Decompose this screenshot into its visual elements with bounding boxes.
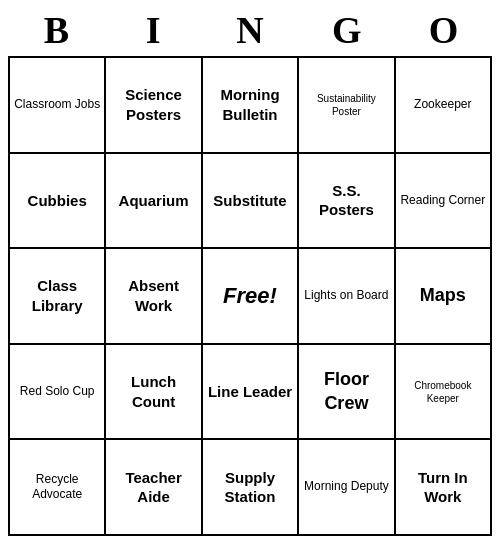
cell-text-r0-c4: Zookeeper bbox=[414, 97, 471, 113]
cell-text-r4-c4: Turn In Work bbox=[400, 468, 486, 507]
cell-text-r1-c2: Substitute bbox=[213, 191, 286, 211]
cell-r4-c0: Recycle Advocate bbox=[10, 440, 106, 536]
cell-text-r2-c4: Maps bbox=[420, 284, 466, 307]
cell-r2-c4: Maps bbox=[396, 249, 492, 345]
cell-r2-c1: Absent Work bbox=[106, 249, 202, 345]
cell-text-r4-c0: Recycle Advocate bbox=[14, 472, 100, 503]
cell-text-r3-c4: Chromebook Keeper bbox=[400, 379, 486, 405]
cell-r1-c2: Substitute bbox=[203, 154, 299, 250]
cell-r4-c1: Teacher Aide bbox=[106, 440, 202, 536]
cell-text-r1-c3: S.S. Posters bbox=[303, 181, 389, 220]
letter-i: I bbox=[105, 8, 202, 52]
cell-text-r1-c1: Aquarium bbox=[119, 191, 189, 211]
cell-r2-c2: Free! bbox=[203, 249, 299, 345]
cell-r1-c4: Reading Corner bbox=[396, 154, 492, 250]
cell-text-r4-c1: Teacher Aide bbox=[110, 468, 196, 507]
letter-b: B bbox=[8, 8, 105, 52]
cell-text-r0-c1: Science Posters bbox=[110, 85, 196, 124]
cell-r1-c0: Cubbies bbox=[10, 154, 106, 250]
cell-text-r2-c1: Absent Work bbox=[110, 276, 196, 315]
cell-text-r2-c3: Lights on Board bbox=[304, 288, 388, 304]
cell-r0-c0: Classroom Jobs bbox=[10, 58, 106, 154]
cell-r4-c2: Supply Station bbox=[203, 440, 299, 536]
cell-r0-c1: Science Posters bbox=[106, 58, 202, 154]
cell-r2-c0: Class Library bbox=[10, 249, 106, 345]
cell-text-r1-c4: Reading Corner bbox=[400, 193, 485, 209]
cell-r4-c4: Turn In Work bbox=[396, 440, 492, 536]
cell-text-r3-c3: Floor Crew bbox=[303, 368, 389, 415]
cell-text-r2-c2: Free! bbox=[223, 282, 277, 311]
cell-r3-c1: Lunch Count bbox=[106, 345, 202, 441]
cell-r0-c4: Zookeeper bbox=[396, 58, 492, 154]
letter-o: O bbox=[395, 8, 492, 52]
cell-r0-c3: Sustainability Poster bbox=[299, 58, 395, 154]
cell-text-r1-c0: Cubbies bbox=[28, 191, 87, 211]
cell-text-r4-c3: Morning Deputy bbox=[304, 479, 389, 495]
cell-r4-c3: Morning Deputy bbox=[299, 440, 395, 536]
cell-r1-c1: Aquarium bbox=[106, 154, 202, 250]
letter-g: G bbox=[298, 8, 395, 52]
cell-r3-c0: Red Solo Cup bbox=[10, 345, 106, 441]
cell-text-r4-c2: Supply Station bbox=[207, 468, 293, 507]
cell-text-r0-c2: Morning Bulletin bbox=[207, 85, 293, 124]
cell-r1-c3: S.S. Posters bbox=[299, 154, 395, 250]
cell-r2-c3: Lights on Board bbox=[299, 249, 395, 345]
cell-r3-c4: Chromebook Keeper bbox=[396, 345, 492, 441]
cell-text-r3-c1: Lunch Count bbox=[110, 372, 196, 411]
cell-text-r3-c0: Red Solo Cup bbox=[20, 384, 95, 400]
cell-text-r3-c2: Line Leader bbox=[208, 382, 292, 402]
bingo-grid: Classroom JobsScience PostersMorning Bul… bbox=[8, 56, 492, 536]
cell-text-r0-c0: Classroom Jobs bbox=[14, 97, 100, 113]
cell-r3-c3: Floor Crew bbox=[299, 345, 395, 441]
cell-text-r2-c0: Class Library bbox=[14, 276, 100, 315]
cell-r0-c2: Morning Bulletin bbox=[203, 58, 299, 154]
letter-n: N bbox=[202, 8, 299, 52]
cell-text-r0-c3: Sustainability Poster bbox=[303, 92, 389, 118]
bingo-header: B I N G O bbox=[8, 8, 492, 52]
cell-r3-c2: Line Leader bbox=[203, 345, 299, 441]
